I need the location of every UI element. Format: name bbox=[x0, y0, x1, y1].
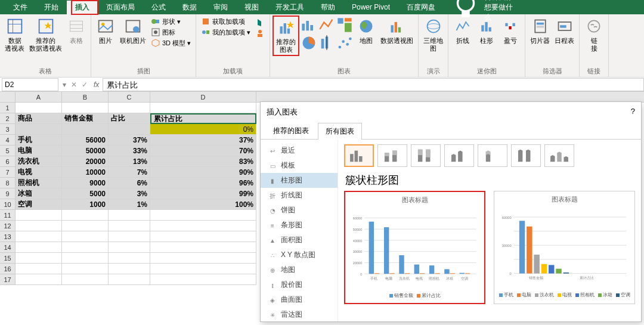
chart-preview-2[interactable]: 图表标题 60000 30000 0 销售金额累计占比 手机电脑洗衣机电视照相机… bbox=[494, 191, 635, 304]
recommended-pivot-button[interactable]: 推荐的 数据透视表 bbox=[27, 16, 64, 54]
shapes-button[interactable]: 形状▾ bbox=[151, 17, 191, 26]
pivotchart-button[interactable]: 数据透视图 bbox=[378, 16, 416, 46]
icons-button[interactable]: 图标 bbox=[151, 27, 191, 37]
dlg-tab-recommended[interactable]: 推荐的图表 bbox=[265, 122, 317, 139]
pictures-button[interactable]: 图片 bbox=[94, 16, 117, 46]
recommended-charts-button[interactable]: 推荐的 图表 bbox=[273, 16, 299, 56]
svg-text:累计占比: 累计占比 bbox=[580, 276, 594, 280]
col-header-d[interactable]: D bbox=[150, 92, 256, 102]
svg-text:销售金额: 销售金额 bbox=[528, 276, 543, 280]
sparkline-column-button[interactable]: 柱形 bbox=[475, 16, 499, 46]
3dmap-button[interactable]: 三维地 图 bbox=[421, 16, 445, 54]
sparkline-winloss-button[interactable]: 盈亏 bbox=[499, 16, 522, 46]
clustered-column-subtype[interactable] bbox=[344, 144, 374, 167]
cell[interactable]: 电脑 bbox=[16, 146, 62, 156]
active-cell[interactable]: 累计占比 bbox=[150, 113, 256, 124]
column-chart-button[interactable] bbox=[301, 17, 317, 33]
tab-data[interactable]: 数据 bbox=[174, 1, 205, 14]
100stacked-column-subtype[interactable] bbox=[411, 144, 441, 167]
cell[interactable]: 电视 bbox=[16, 167, 62, 178]
col-header-c[interactable]: C bbox=[109, 92, 150, 102]
chart-category-7[interactable]: ∴X Y 散点图 bbox=[261, 247, 338, 262]
chevron-down-icon[interactable]: ▾ bbox=[60, 81, 69, 89]
tab-formulas[interactable]: 公式 bbox=[143, 1, 174, 14]
chart-category-0[interactable]: ↩最近 bbox=[261, 143, 338, 158]
col-header-b[interactable]: B bbox=[62, 92, 109, 102]
select-all-corner[interactable] bbox=[0, 92, 16, 102]
tab-powerpivot[interactable]: Power Pivot bbox=[343, 1, 398, 13]
my-addins-button[interactable]: 我的加载项▾ bbox=[201, 27, 250, 37]
cell[interactable] bbox=[16, 103, 62, 113]
bing-maps-button[interactable] bbox=[255, 18, 265, 27]
chart-category-5[interactable]: ≡条形图 bbox=[261, 218, 338, 233]
sparkline-line-button[interactable]: 折线 bbox=[451, 16, 475, 46]
scatter-chart-button[interactable] bbox=[336, 35, 353, 51]
cell[interactable]: 空调 bbox=[16, 199, 62, 210]
chart-category-11[interactable]: ✳雷达图 bbox=[261, 307, 338, 321]
tab-developer[interactable]: 开发工具 bbox=[267, 1, 312, 14]
group-tours-label: 演示 bbox=[427, 66, 440, 77]
chart-category-10[interactable]: ◈曲面图 bbox=[261, 292, 338, 307]
tab-file[interactable]: 文件 bbox=[5, 1, 36, 14]
link-button[interactable]: 链 接 bbox=[582, 16, 606, 54]
pivot-table-button[interactable]: 数据 透视表 bbox=[2, 16, 27, 54]
map-button[interactable]: 地图 bbox=[354, 16, 378, 46]
slicer-button[interactable]: 切片器 bbox=[528, 16, 552, 46]
svg-marker-85 bbox=[451, 154, 456, 162]
chart-category-2[interactable]: ▮柱形图 bbox=[261, 173, 338, 188]
tab-view[interactable]: 视图 bbox=[236, 1, 267, 14]
chart-subtype-row bbox=[344, 144, 635, 167]
formula-input[interactable]: 累计占比 bbox=[103, 78, 644, 91]
svg-rect-19 bbox=[203, 18, 209, 24]
hierarchy-chart-button[interactable] bbox=[336, 17, 353, 33]
stat-chart-button[interactable] bbox=[318, 35, 335, 51]
chart-category-9[interactable]: ⫿股价图 bbox=[261, 277, 338, 292]
timeline-button[interactable]: 日程表 bbox=[552, 16, 577, 46]
tab-insert[interactable]: 插入 bbox=[67, 1, 98, 14]
enter-icon[interactable]: ✓ bbox=[79, 81, 90, 89]
help-button[interactable]: ? bbox=[631, 107, 635, 117]
cell[interactable]: 冰箱 bbox=[16, 188, 62, 199]
3d-100stacked-subtype[interactable] bbox=[511, 144, 541, 167]
chart-category-3[interactable]: 折折线图 bbox=[261, 188, 338, 203]
pie-chart-button[interactable] bbox=[301, 35, 317, 51]
chart-category-8[interactable]: ⊕地图 bbox=[261, 262, 338, 277]
table-button[interactable]: 表格 bbox=[64, 16, 88, 46]
people-graph-button[interactable] bbox=[255, 29, 265, 38]
cell[interactable]: 洗衣机 bbox=[16, 156, 62, 167]
svg-marker-91 bbox=[550, 155, 555, 162]
tab-help[interactable]: 帮助 bbox=[312, 1, 343, 14]
svg-rect-30 bbox=[310, 25, 313, 30]
svg-rect-53 bbox=[509, 26, 512, 29]
3d-clustered-subtype[interactable] bbox=[444, 144, 474, 167]
tab-pagelayout[interactable]: 页面布局 bbox=[98, 1, 143, 14]
svg-point-60 bbox=[589, 20, 600, 32]
dlg-tab-all[interactable]: 所有图表 bbox=[318, 123, 362, 140]
tab-review[interactable]: 审阅 bbox=[205, 1, 236, 14]
svg-text:0: 0 bbox=[509, 272, 511, 276]
row-header[interactable]: 1 bbox=[0, 103, 16, 113]
tab-baidu[interactable]: 百度网盘 bbox=[398, 1, 444, 14]
stacked-column-subtype[interactable] bbox=[377, 144, 407, 167]
cell[interactable]: 手机 bbox=[16, 135, 62, 146]
name-box[interactable] bbox=[2, 78, 58, 91]
3d-stacked-subtype[interactable] bbox=[478, 144, 507, 167]
fx-icon[interactable]: fx bbox=[90, 81, 103, 89]
chart-category-6[interactable]: ▲面积图 bbox=[261, 233, 338, 247]
group-charts-label: 图表 bbox=[338, 66, 351, 77]
3d-column-subtype[interactable] bbox=[544, 144, 574, 167]
3dmodel-button[interactable]: 3D 模型▾ bbox=[151, 38, 191, 48]
online-pictures-button[interactable]: 联机图片 bbox=[117, 16, 148, 46]
svg-point-22 bbox=[258, 30, 262, 33]
tab-home[interactable]: 开始 bbox=[36, 1, 67, 14]
cancel-icon[interactable]: ✕ bbox=[69, 81, 79, 89]
svg-text:冰箱: 冰箱 bbox=[446, 277, 453, 280]
chart-category-1[interactable]: ▭模板 bbox=[261, 158, 338, 173]
cell[interactable]: 照相机 bbox=[16, 178, 62, 188]
cell[interactable]: 商品 bbox=[16, 113, 62, 124]
chart-category-4[interactable]: ◔饼图 bbox=[261, 203, 338, 218]
get-addins-button[interactable]: 获取加载项 bbox=[201, 17, 250, 26]
col-header-a[interactable]: A bbox=[16, 92, 62, 102]
chart-preview-1[interactable]: 图表标题 60000 50000 40000 30000 20000 0 手机电… bbox=[344, 191, 485, 304]
line-chart-button[interactable] bbox=[318, 17, 335, 33]
